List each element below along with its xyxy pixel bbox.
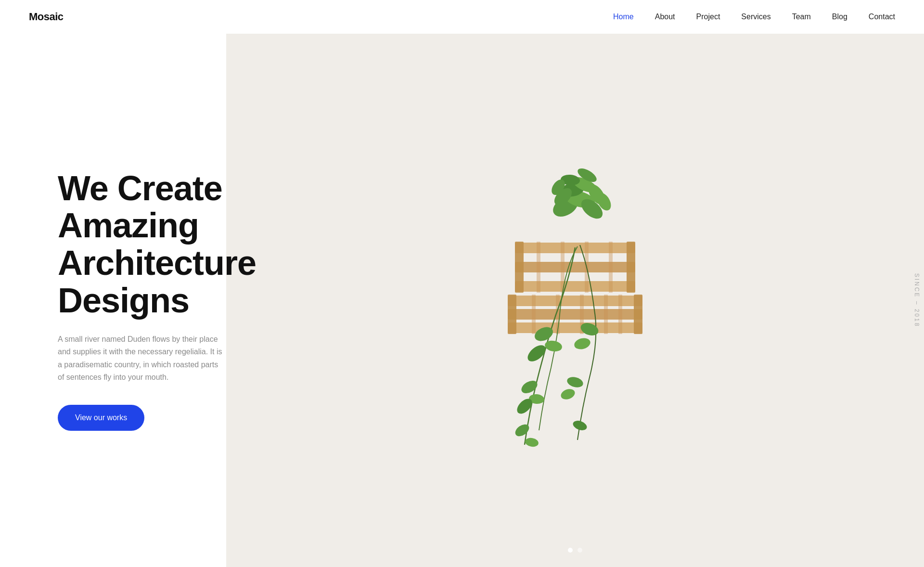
slider-dots [568,548,582,553]
nav-link-blog[interactable]: Blog [832,13,847,21]
hero-image: SINCE – 2018 [226,34,924,567]
svg-rect-12 [508,295,516,334]
svg-point-31 [544,339,563,353]
hero-title-line3: Designs [58,281,189,320]
logo[interactable]: Mosaic [29,11,64,23]
svg-rect-13 [634,295,642,334]
slider-dot-2[interactable] [578,548,582,553]
svg-rect-8 [609,242,613,293]
nav-link-team[interactable]: Team [792,13,811,21]
nav-link-home[interactable]: Home [613,13,634,21]
svg-point-38 [566,375,584,389]
since-label: SINCE – 2018 [913,273,924,328]
hero-title-line2: Architecture [58,244,256,282]
nav-item-blog[interactable]: Blog [832,13,847,21]
navbar: Mosaic Home About Project Services Team … [0,0,924,34]
svg-point-42 [572,419,588,432]
nav-item-about[interactable]: About [655,13,675,21]
svg-rect-14 [532,295,536,334]
plant-illustration [440,132,710,469]
svg-rect-5 [537,242,540,293]
nav-item-project[interactable]: Project [696,13,720,21]
slider-dot-1[interactable] [568,548,573,553]
cta-button[interactable]: View our works [58,405,144,431]
svg-rect-17 [604,295,608,334]
nav-link-contact[interactable]: Contact [869,13,895,21]
svg-point-32 [525,342,548,365]
nav-item-services[interactable]: Services [741,13,770,21]
svg-rect-1 [515,262,635,272]
hero-title: We Create Amazing Architecture Designs [58,170,226,320]
svg-point-40 [513,422,531,439]
hero-section: We Create Amazing Architecture Designs A… [0,34,924,567]
hero-title-line1: We Create Amazing [58,169,222,245]
svg-point-41 [525,437,539,448]
nav-item-home[interactable]: Home [613,13,634,21]
svg-rect-18 [618,295,622,334]
hero-content: We Create Amazing Architecture Designs A… [0,34,226,567]
nav-item-team[interactable]: Team [792,13,811,21]
svg-point-34 [573,336,592,351]
svg-point-39 [559,387,576,401]
svg-rect-3 [515,242,524,293]
nav-link-services[interactable]: Services [741,13,770,21]
nav-link-about[interactable]: About [655,13,675,21]
nav-links: Home About Project Services Team Blog Co… [613,13,895,21]
nav-link-project[interactable]: Project [696,13,720,21]
svg-rect-4 [627,242,635,293]
nav-item-contact[interactable]: Contact [869,13,895,21]
hero-description: A small river named Duden flows by their… [58,333,226,384]
svg-rect-0 [515,281,635,292]
